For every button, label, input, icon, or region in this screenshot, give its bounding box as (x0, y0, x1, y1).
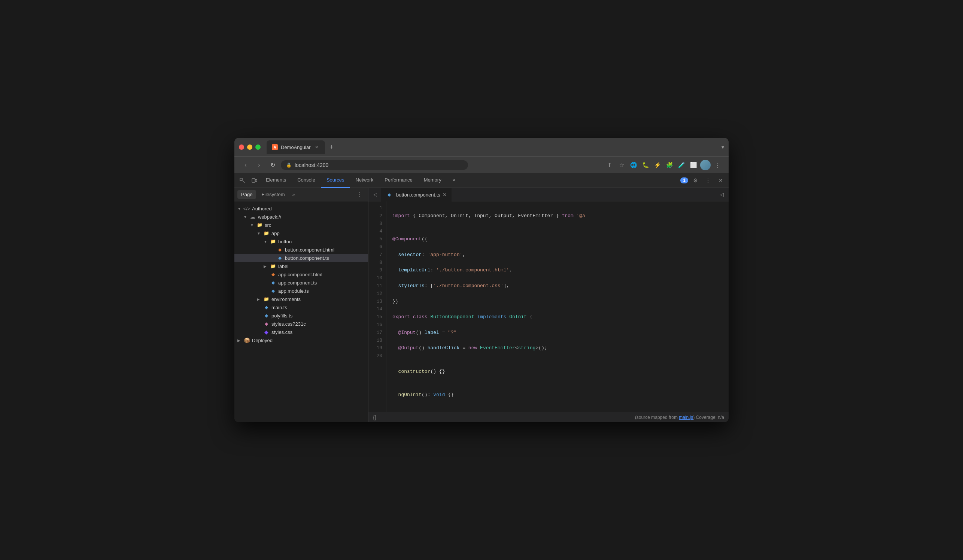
extension1-icon[interactable]: 🌐 (628, 160, 639, 170)
browser-window: A DemoAngular ✕ + ▾ ‹ › ↻ 🔒 localhost:42… (234, 138, 729, 422)
tree-app-label: app (271, 231, 280, 236)
refresh-button[interactable]: ↻ (268, 160, 278, 170)
sources-subtabs: Page Filesystem » ⋮ (234, 188, 368, 201)
tree-main-ts[interactable]: ◆ main.ts (234, 303, 368, 311)
new-tab-button[interactable]: + (326, 142, 337, 152)
code-line-3: @Component({ (392, 235, 729, 243)
file-html-icon: ◆ (276, 247, 283, 252)
devtools-body: Page Filesystem » ⋮ ▼ </> Authored (234, 188, 729, 422)
tab-sources[interactable]: Sources (321, 173, 350, 188)
devtools-right-controls: 1 ⚙ ⋮ ✕ (680, 175, 726, 186)
file-styles231c-icon: ◆ (263, 321, 269, 327)
editor-tabs: ◁ ◆ button.component.ts ✕ ◁ (368, 188, 729, 201)
close-traffic-light[interactable] (239, 144, 244, 150)
lock-icon: 🔒 (286, 162, 292, 168)
code-line-10: @Output() handleClick = new EventEmitter… (392, 345, 729, 352)
code-line-12: constructor() {} (392, 368, 729, 376)
file-app-html-icon: ◆ (269, 271, 276, 277)
tab-close-button[interactable]: ✕ (314, 144, 320, 150)
folder-button-icon: 📁 (269, 238, 276, 244)
devtools-more-button[interactable]: ⋮ (702, 175, 713, 186)
browser-tab[interactable]: A DemoAngular ✕ (267, 140, 325, 154)
tree-src[interactable]: ▼ 📁 src (234, 221, 368, 229)
code-line-5: templateUrl: './button.component.html', (392, 267, 729, 274)
tree-app-ts-label: app.component.ts (278, 280, 317, 286)
code-brackets-icon: </> (243, 206, 250, 212)
editor-file-tab[interactable]: ◆ button.component.ts ✕ (381, 188, 452, 201)
status-right: (source mapped from main.js) Coverage: n… (635, 415, 724, 420)
inspect-element-button[interactable] (237, 175, 248, 186)
extension4-icon[interactable]: 🧩 (664, 160, 675, 170)
share-icon[interactable]: ⬆ (604, 160, 615, 170)
folder-src-icon: 📁 (256, 222, 263, 228)
tree-styles-css231c-label: styles.css?231c (271, 321, 306, 327)
tree-styles-css[interactable]: ◆ styles.css (234, 328, 368, 336)
cast-icon[interactable]: ⬜ (688, 160, 699, 170)
tree-app[interactable]: ▼ 📁 app (234, 229, 368, 237)
code-editor: ◁ ◆ button.component.ts ✕ ◁ 1 2 3 4 (368, 188, 729, 422)
sources-more-tabs[interactable]: » (290, 190, 297, 199)
extension2-icon[interactable]: 🐛 (640, 160, 651, 170)
tree-styles-css231c[interactable]: ◆ styles.css?231c (234, 320, 368, 328)
pretty-print-icon[interactable]: {} (373, 414, 376, 420)
tree-deployed-label: Deployed (252, 338, 272, 343)
extension3-icon[interactable]: ⚡ (652, 160, 663, 170)
editor-tab-close[interactable]: ✕ (443, 192, 447, 197)
file-tree: ▼ </> Authored ▼ ☁ webpack:// ▼ 📁 src (234, 201, 368, 422)
tree-button-html[interactable]: ◆ button.component.html (234, 246, 368, 254)
title-bar: A DemoAngular ✕ + ▾ (234, 138, 729, 157)
tree-environments[interactable]: ▶ 📁 environments (234, 295, 368, 303)
file-polyfills-icon: ◆ (263, 312, 269, 319)
sources-menu-button[interactable]: ⋮ (355, 190, 365, 199)
minimize-traffic-light[interactable] (247, 144, 252, 150)
tab-more[interactable]: » (447, 173, 460, 188)
tab-favicon: A (272, 144, 278, 150)
tab-performance[interactable]: Performance (379, 173, 417, 188)
device-toolbar-button[interactable] (249, 175, 260, 186)
tree-label-folder[interactable]: ▶ 📁 label (234, 262, 368, 270)
status-left: {} (373, 414, 376, 420)
extension5-icon[interactable]: 🧪 (676, 160, 687, 170)
tree-webpack[interactable]: ▼ ☁ webpack:// (234, 213, 368, 221)
file-styles-css-icon: ◆ (263, 329, 269, 335)
devtools-close-button[interactable]: ✕ (715, 175, 726, 186)
bookmark-icon[interactable]: ☆ (616, 160, 627, 170)
folder-app-icon: 📁 (263, 230, 269, 236)
editor-filename: button.component.ts (396, 192, 440, 197)
maximize-traffic-light[interactable] (255, 144, 261, 150)
tab-network[interactable]: Network (350, 173, 379, 188)
tree-webpack-label: webpack:// (258, 214, 281, 220)
code-text: import { Component, OnInit, Input, Outpu… (386, 201, 729, 412)
forward-button[interactable]: › (254, 160, 264, 170)
tree-deployed[interactable]: ▶ 📦 Deployed (234, 336, 368, 345)
devtools-settings-button[interactable]: ⚙ (690, 175, 701, 186)
tree-button-ts[interactable]: ◆ button.component.ts (234, 254, 368, 262)
tab-memory[interactable]: Memory (418, 173, 447, 188)
tree-polyfills[interactable]: ◆ polyfills.ts (234, 311, 368, 320)
file-ts-icon: ◆ (276, 255, 283, 261)
address-bar[interactable]: 🔒 localhost:4200 (281, 160, 468, 170)
nav-right-icons: ⬆ ☆ 🌐 🐛 ⚡ 🧩 🧪 ⬜ ⋮ (604, 160, 723, 170)
devtools-tabs: Elements Console Sources Network Perform… (234, 173, 729, 188)
tree-arrow-app: ▼ (257, 231, 263, 235)
editor-navigate-back[interactable]: ◁ (370, 189, 380, 200)
console-badge: 1 (680, 177, 688, 183)
sources-page-tab[interactable]: Page (237, 190, 256, 199)
tree-app-ts[interactable]: ◆ app.component.ts (234, 278, 368, 287)
tab-console[interactable]: Console (292, 173, 321, 188)
tab-title: DemoAngular (281, 144, 311, 150)
tree-app-html[interactable]: ◆ app.component.html (234, 270, 368, 278)
sources-filesystem-tab[interactable]: Filesystem (258, 190, 288, 199)
tab-elements[interactable]: Elements (261, 173, 291, 188)
tree-button-folder[interactable]: ▼ 📁 button (234, 237, 368, 246)
profile-avatar[interactable] (700, 160, 711, 170)
file-main-ts-icon: ◆ (263, 304, 269, 310)
editor-panel-right[interactable]: ◁ (717, 189, 727, 200)
tree-app-module[interactable]: ◆ app.module.ts (234, 287, 368, 295)
menu-icon[interactable]: ⋮ (712, 160, 723, 170)
tree-authored[interactable]: ▼ </> Authored (234, 204, 368, 213)
folder-environments-icon: 📁 (263, 296, 269, 302)
tab-bar: A DemoAngular ✕ + (267, 140, 718, 154)
back-button[interactable]: ‹ (240, 160, 251, 170)
source-mapped-link[interactable]: main.js (679, 415, 693, 420)
